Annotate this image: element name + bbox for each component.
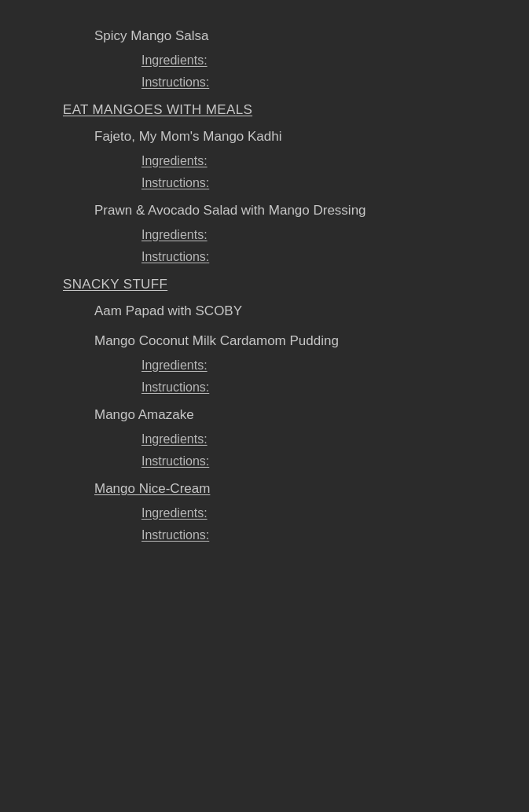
- instructions-label-3: Instructions:: [141, 250, 513, 264]
- recipe-mango-coconut[interactable]: Mango Coconut Milk Cardamom Pudding: [94, 333, 513, 349]
- instructions-label-6: Instructions:: [141, 528, 513, 542]
- recipe-mango-nice-cream[interactable]: Mango Nice-Cream: [94, 481, 513, 497]
- recipe-fajeto[interactable]: Fajeto, My Mom's Mango Kadhi: [94, 129, 513, 145]
- ingredients-label-6: Ingredients:: [141, 506, 513, 520]
- ingredients-label-5: Ingredients:: [141, 432, 513, 446]
- ingredients-label-1: Ingredients:: [141, 53, 513, 68]
- recipe-spicy-mango-salsa[interactable]: Spicy Mango Salsa: [94, 28, 513, 44]
- ingredients-label-4: Ingredients:: [141, 358, 513, 373]
- section-snacky-stuff: SNACKY STUFF: [63, 277, 513, 292]
- instructions-label-5: Instructions:: [141, 454, 513, 468]
- ingredients-label-2: Ingredients:: [141, 154, 513, 168]
- recipe-prawn-avocado[interactable]: Prawn & Avocado Salad with Mango Dressin…: [94, 203, 513, 219]
- instructions-label-2: Instructions:: [141, 176, 513, 190]
- recipe-mango-amazake[interactable]: Mango Amazake: [94, 407, 513, 423]
- recipe-aam-papad[interactable]: Aam Papad with SCOBY: [94, 303, 513, 319]
- instructions-label-4: Instructions:: [141, 380, 513, 395]
- content-wrapper: Spicy Mango Salsa Ingredients: Instructi…: [0, 16, 529, 542]
- ingredients-label-3: Ingredients:: [141, 228, 513, 242]
- instructions-label-1: Instructions:: [141, 75, 513, 90]
- section-eat-mangoes: EAT MANGOES WITH MEALS: [63, 102, 513, 118]
